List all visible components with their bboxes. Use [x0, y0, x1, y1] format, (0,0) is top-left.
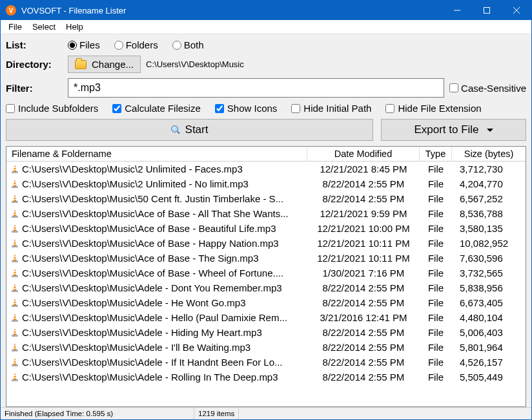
vlc-icon: [10, 269, 19, 278]
table-row[interactable]: C:\Users\V\Desktop\Music\Ace of Base - B…: [6, 221, 526, 236]
hide-initial-path-checkbox[interactable]: [291, 104, 300, 113]
table-row[interactable]: C:\Users\V\Desktop\Music\Adele - Hello (…: [6, 310, 526, 325]
show-icons-label[interactable]: Show Icons: [215, 103, 278, 114]
header-filename[interactable]: Filename & Foldername: [6, 147, 307, 161]
svg-marker-48: [14, 328, 16, 335]
hide-file-extension-label[interactable]: Hide File Extension: [385, 103, 481, 114]
table-row[interactable]: C:\Users\V\Desktop\Music\Ace of Base - T…: [6, 251, 526, 266]
svg-rect-46: [14, 318, 16, 319]
include-subfolders-checkbox[interactable]: [6, 104, 15, 113]
svg-rect-29: [14, 256, 16, 257]
filename-text: C:\Users\V\Desktop\Music\Adele - If It H…: [22, 357, 283, 368]
table-row[interactable]: C:\Users\V\Desktop\Music\Adele - Dont Yo…: [6, 280, 526, 295]
svg-rect-26: [14, 244, 16, 244]
calculate-filesize-label[interactable]: Calculate Filesize: [112, 103, 201, 114]
cell-name: C:\Users\V\Desktop\Music\Adele - Hello (…: [6, 312, 307, 323]
svg-rect-43: [12, 305, 18, 306]
svg-rect-27: [12, 246, 18, 247]
cell-type: File: [420, 253, 452, 264]
svg-rect-7: [12, 171, 18, 173]
table-row[interactable]: C:\Users\V\Desktop\Music\Ace of Base - A…: [6, 206, 526, 221]
table-row[interactable]: C:\Users\V\Desktop\Music\Adele - Rolling…: [6, 370, 526, 384]
cell-type: File: [420, 193, 452, 204]
table-body[interactable]: C:\Users\V\Desktop\Music\2 Unlimited - F…: [6, 162, 526, 406]
svg-rect-49: [14, 330, 16, 331]
svg-rect-41: [14, 300, 16, 301]
case-sensitive-text: Case-Sensitive: [461, 83, 526, 94]
header-date[interactable]: Date Modified: [307, 147, 420, 161]
menu-file[interactable]: File: [3, 21, 27, 33]
radio-files[interactable]: [68, 41, 77, 50]
radio-folders[interactable]: [114, 41, 123, 50]
include-subfolders-text: Include Subfolders: [18, 103, 98, 114]
cell-date: 12/21/2021 10:11 PM: [307, 253, 420, 264]
minimize-button[interactable]: [442, 1, 472, 20]
filename-text: C:\Users\V\Desktop\Music\Ace of Base - W…: [22, 268, 283, 278]
file-table: Filename & Foldername Date Modified Type…: [6, 146, 526, 407]
cell-name: C:\Users\V\Desktop\Music\Adele - I'll Be…: [6, 342, 307, 353]
menu-select[interactable]: Select: [27, 21, 61, 33]
vlc-icon: [10, 209, 19, 218]
cell-type: File: [420, 372, 452, 383]
radio-folders-label[interactable]: Folders: [114, 39, 158, 50]
svg-rect-15: [12, 201, 18, 202]
filename-text: C:\Users\V\Desktop\Music\Ace of Base - A…: [22, 208, 289, 219]
start-button[interactable]: Start: [6, 119, 373, 141]
header-size[interactable]: Size (bytes): [452, 147, 526, 161]
table-row[interactable]: C:\Users\V\Desktop\Music\Adele - I'll Be…: [6, 340, 526, 355]
svg-rect-19: [12, 216, 18, 217]
svg-marker-8: [14, 180, 16, 186]
cell-date: 3/21/2016 12:41 PM: [307, 312, 420, 323]
radio-both-label[interactable]: Both: [172, 39, 204, 50]
svg-rect-35: [12, 275, 18, 277]
case-sensitive-checkbox[interactable]: [449, 83, 458, 92]
export-button[interactable]: Export to File: [381, 119, 526, 141]
svg-rect-34: [14, 273, 16, 274]
cell-type: File: [420, 268, 452, 278]
include-subfolders-label[interactable]: Include Subfolders: [6, 103, 98, 114]
vlc-icon: [10, 299, 19, 308]
hide-file-extension-checkbox[interactable]: [385, 104, 394, 113]
vlc-icon: [10, 165, 19, 174]
table-header: Filename & Foldername Date Modified Type…: [6, 147, 526, 162]
calculate-filesize-checkbox[interactable]: [112, 104, 121, 113]
table-row[interactable]: C:\Users\V\Desktop\Music\50 Cent ft. Jus…: [6, 191, 526, 206]
radio-both[interactable]: [172, 41, 181, 50]
table-row[interactable]: C:\Users\V\Desktop\Music\Adele - If It H…: [6, 355, 526, 370]
cell-size: 6,567,252: [452, 193, 526, 204]
hide-initial-path-label[interactable]: Hide Initial Path: [291, 103, 371, 114]
maximize-button[interactable]: [472, 1, 502, 20]
filename-text: C:\Users\V\Desktop\Music\Adele - Rolling…: [22, 372, 278, 383]
svg-rect-58: [14, 362, 16, 363]
filename-text: C:\Users\V\Desktop\Music\50 Cent ft. Jus…: [22, 193, 283, 204]
svg-rect-54: [14, 348, 16, 348]
filename-text: C:\Users\V\Desktop\Music\2 Unlimited - F…: [22, 163, 243, 174]
cell-size: 4,526,157: [452, 357, 526, 368]
table-row[interactable]: C:\Users\V\Desktop\Music\Adele - He Wont…: [6, 295, 526, 310]
svg-rect-23: [12, 231, 18, 232]
vlc-icon: [10, 254, 19, 263]
case-sensitive-label[interactable]: Case-Sensitive: [449, 83, 526, 94]
table-row[interactable]: C:\Users\V\Desktop\Music\Ace of Base - H…: [6, 236, 526, 251]
cell-size: 7,630,596: [452, 253, 526, 264]
menu-help[interactable]: Help: [61, 21, 88, 33]
radio-files-label[interactable]: Files: [68, 39, 100, 50]
cell-name: C:\Users\V\Desktop\Music\Ace of Base - T…: [6, 253, 307, 264]
close-button[interactable]: [502, 1, 531, 20]
show-icons-checkbox[interactable]: [215, 104, 224, 113]
table-row[interactable]: C:\Users\V\Desktop\Music\2 Unlimited - F…: [6, 162, 526, 176]
cell-date: 8/22/2014 2:55 PM: [307, 193, 420, 204]
table-row[interactable]: C:\Users\V\Desktop\Music\Ace of Base - W…: [6, 266, 526, 280]
cell-name: C:\Users\V\Desktop\Music\Adele - Hiding …: [6, 327, 307, 338]
table-row[interactable]: C:\Users\V\Desktop\Music\2 Unlimited - N…: [6, 176, 526, 191]
filter-input[interactable]: [68, 78, 444, 98]
vlc-icon: [10, 180, 19, 189]
svg-rect-39: [12, 290, 18, 291]
filename-text: C:\Users\V\Desktop\Music\Ace of Base - B…: [22, 223, 276, 234]
cell-size: 3,732,565: [452, 268, 526, 278]
svg-rect-11: [12, 186, 18, 187]
header-type[interactable]: Type: [420, 147, 452, 161]
table-row[interactable]: C:\Users\V\Desktop\Music\Adele - Hiding …: [6, 325, 526, 340]
change-button[interactable]: Change...: [68, 56, 141, 73]
svg-rect-38: [14, 288, 16, 289]
